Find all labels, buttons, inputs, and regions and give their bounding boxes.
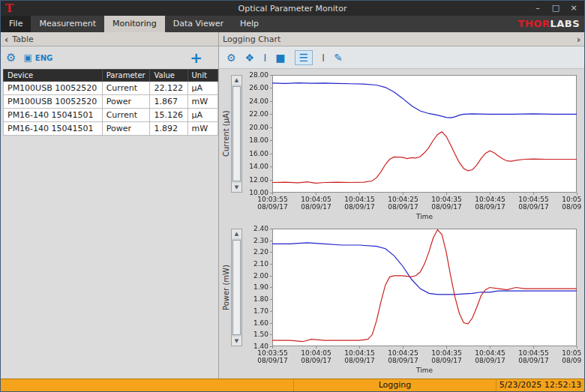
settings-gear-icon[interactable]: ⚙ [6, 52, 16, 64]
power-axis-label: Power (mW) [220, 229, 231, 346]
table-row[interactable]: PM16-140 15041501 Current 15.126 µA [4, 109, 218, 122]
slider-thumb[interactable] [232, 240, 241, 335]
current-axis-label: Current (µA) [220, 75, 231, 193]
table-row[interactable]: PM100USB 10052520 Current 22.122 µA [4, 82, 218, 95]
status-timestamp: 5/23/2025 12:52:13 [496, 379, 584, 391]
chart-settings-gear-icon[interactable]: ⚙ [226, 52, 236, 63]
cell-unit: mW [188, 122, 218, 136]
chart-panel-header: Logging Chart › [219, 32, 584, 46]
cell-value: 22.122 [150, 82, 188, 95]
table-panel: ‹ Table ⚙ ▣ ENG + Device Parameter Value… [1, 32, 219, 379]
slider-thumb[interactable] [232, 86, 241, 181]
language-label: ENG [35, 54, 52, 62]
menu-file[interactable]: File [1, 16, 31, 32]
power-chart-canvas[interactable] [242, 224, 581, 378]
title-bar: T Optical Parameter Monitor – □ × [1, 1, 584, 16]
device-table: Device Parameter Value Unit PM100USB 100… [3, 69, 218, 136]
annotate-icon[interactable]: ✎ [334, 52, 343, 63]
menu-bar: File Measurement Monitoring Data Viewer … [1, 16, 584, 32]
chart-toolbar: ⚙ ❖ I ■ ☰ I ✎ [219, 46, 584, 69]
cell-unit: µA [188, 109, 218, 122]
slider-down-icon[interactable]: ▼ [232, 337, 242, 346]
menu-monitoring[interactable]: Monitoring [104, 16, 165, 32]
text-cursor-icon[interactable]: I [322, 52, 325, 63]
add-device-button[interactable]: + [190, 50, 202, 65]
charts-area: Current (µA) ▲ ▼ Power (mW) ▲ ▼ [219, 69, 584, 379]
stop-icon[interactable]: ■ [275, 52, 285, 63]
menu-help[interactable]: Help [232, 16, 267, 32]
slider-track[interactable] [232, 85, 241, 182]
cell-device: PM100USB 10052520 [4, 82, 103, 95]
minimize-button[interactable]: – [529, 1, 547, 15]
table-panel-title: Table [12, 34, 33, 44]
cell-parameter: Current [102, 82, 150, 95]
slider-down-icon[interactable]: ▼ [232, 183, 242, 192]
column-header-parameter[interactable]: Parameter [102, 70, 150, 82]
window-title: Optical Parameter Monitor [1, 4, 584, 13]
cell-value: 1.892 [150, 122, 188, 136]
column-header-unit[interactable]: Unit [188, 70, 218, 82]
cell-value: 1.867 [150, 95, 188, 109]
column-header-device[interactable]: Device [4, 70, 103, 82]
current-chart-canvas[interactable] [242, 70, 581, 224]
pan-move-icon[interactable]: ❖ [245, 52, 255, 63]
cursor-style-icon[interactable]: I [263, 52, 266, 63]
expand-panel-icon[interactable]: › [577, 34, 580, 44]
status-bar-spacer [1, 379, 293, 391]
cell-parameter: Current [102, 109, 150, 122]
cell-device: PM100USB 10052520 [4, 95, 103, 109]
power-chart-y-slider[interactable]: ▲ ▼ [231, 229, 242, 346]
main-area: ‹ Table ⚙ ▣ ENG + Device Parameter Value… [1, 32, 584, 379]
language-icon: ▣ [23, 53, 32, 62]
chart-panel-title: Logging Chart [223, 34, 280, 44]
thorlabs-brand-logo: THORLABS [518, 16, 584, 32]
status-logging-label: Logging [293, 379, 496, 391]
app-window: T Optical Parameter Monitor – □ × File M… [0, 0, 585, 392]
maximize-button[interactable]: □ [547, 1, 565, 15]
table-header-row: Device Parameter Value Unit [4, 70, 218, 82]
current-chart: Current (µA) ▲ ▼ [220, 70, 583, 224]
cell-device: PM16-140 15041501 [4, 109, 103, 122]
close-button[interactable]: × [565, 1, 583, 15]
table-toolbar: ⚙ ▣ ENG + [1, 46, 218, 69]
column-header-value[interactable]: Value [150, 70, 188, 82]
menu-data-viewer[interactable]: Data Viewer [165, 16, 232, 32]
slider-up-icon[interactable]: ▲ [232, 76, 242, 85]
thorlabs-logo-icon: T [2, 3, 16, 14]
table-row[interactable]: PM100USB 10052520 Power 1.867 mW [4, 95, 218, 109]
cell-parameter: Power [102, 95, 150, 109]
language-eng-button[interactable]: ▣ ENG [23, 53, 52, 62]
status-bar: Logging 5/23/2025 12:52:13 [1, 379, 584, 391]
table-row[interactable]: PM16-140 15041501 Power 1.892 mW [4, 122, 218, 136]
menu-measurement[interactable]: Measurement [31, 16, 104, 32]
cell-device: PM16-140 15041501 [4, 122, 103, 136]
cell-parameter: Power [102, 122, 150, 136]
collapse-panel-icon[interactable]: ‹ [4, 34, 8, 44]
legend-list-icon[interactable]: ☰ [295, 50, 314, 65]
slider-track[interactable] [232, 239, 241, 336]
power-chart: Power (mW) ▲ ▼ [220, 224, 583, 378]
current-chart-y-slider[interactable]: ▲ ▼ [231, 75, 242, 193]
cell-unit: mW [188, 95, 218, 109]
cell-unit: µA [188, 82, 218, 95]
table-panel-header: ‹ Table [1, 32, 218, 46]
slider-up-icon[interactable]: ▲ [232, 229, 242, 238]
cell-value: 15.126 [150, 109, 188, 122]
logging-chart-panel: Logging Chart › ⚙ ❖ I ■ ☰ I ✎ Current (µ… [219, 32, 584, 379]
